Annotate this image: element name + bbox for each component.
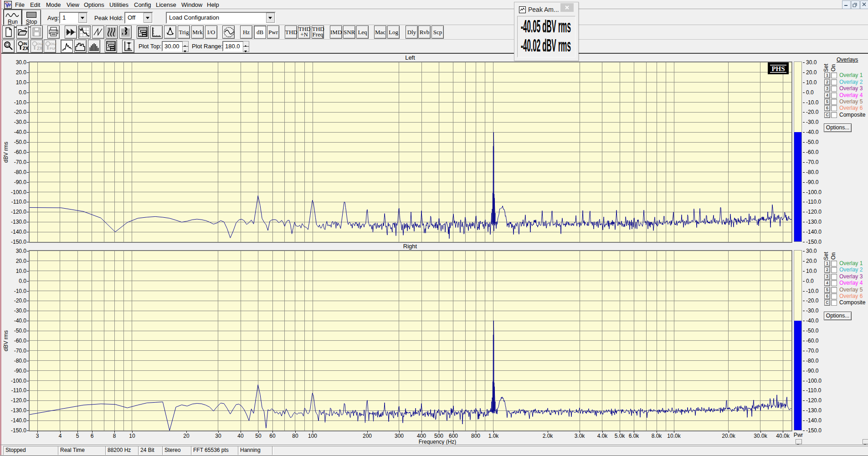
svg-text:PHS: PHS [771,65,785,72]
svg-text:OUT: OUT [50,42,56,46]
svg-text:2X: 2X [37,46,43,51]
svg-text:FULL: FULL [50,46,56,51]
svg-text:2X: 2X [23,46,29,51]
svg-text:OUT: OUT [37,42,43,46]
